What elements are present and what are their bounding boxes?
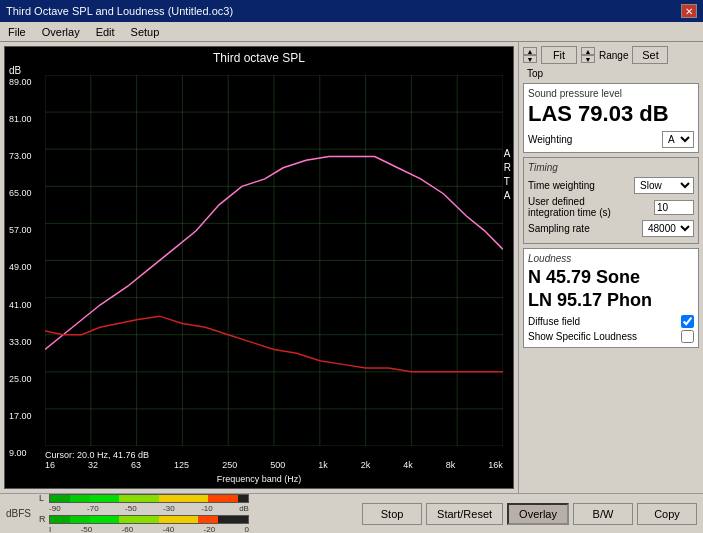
menu-overlay[interactable]: Overlay xyxy=(38,25,84,39)
sampling-label: Sampling rate xyxy=(528,223,642,234)
menu-file[interactable]: File xyxy=(4,25,30,39)
y-axis-labels: 89.0081.0073.0065.00 57.0049.0041.0033.0… xyxy=(9,77,32,458)
menu-edit[interactable]: Edit xyxy=(92,25,119,39)
db-unit-label: dB xyxy=(239,504,249,513)
title-bar: Third Octave SPL and Loudness (Untitled.… xyxy=(0,0,703,22)
chart-canvas xyxy=(45,75,503,446)
fit-button[interactable]: Fit xyxy=(541,46,577,64)
chart-title: Third octave SPL xyxy=(5,47,513,65)
dbfs-label: dBFS xyxy=(6,508,31,519)
spl-value: LAS 79.03 dB xyxy=(528,101,694,127)
integration-label: User defined integration time (s) xyxy=(528,196,654,218)
menu-setup[interactable]: Setup xyxy=(127,25,164,39)
timing-title: Timing xyxy=(528,162,694,173)
stop-button[interactable]: Stop xyxy=(362,503,422,525)
chart-db-label: dB xyxy=(9,65,21,76)
l-channel-label: L xyxy=(39,493,47,503)
top-label: Top xyxy=(527,68,543,79)
menu-bar: File Overlay Edit Setup xyxy=(0,22,703,42)
loudness-title: Loudness xyxy=(528,253,694,264)
set-button[interactable]: Set xyxy=(632,46,668,64)
diffuse-label: Diffuse field xyxy=(528,316,580,327)
loudness-box: Loudness N 45.79 Sone LN 95.17 Phon Diff… xyxy=(523,248,699,348)
right-panel: ▲ ▼ Fit ▲ ▼ Range Set Top Sound pressure… xyxy=(518,42,703,493)
specific-label: Show Specific Loudness xyxy=(528,331,637,342)
cursor-info: Cursor: 20.0 Hz, 41.76 dB xyxy=(45,450,149,460)
specific-checkbox[interactable] xyxy=(681,330,694,343)
x-axis-labels: 163263125250 5001k2k4k8k16k xyxy=(45,460,503,470)
window-title: Third Octave SPL and Loudness (Untitled.… xyxy=(6,5,233,17)
close-button[interactable]: ✕ xyxy=(681,4,697,18)
x-axis-title: Frequency band (Hz) xyxy=(5,474,513,484)
integration-input[interactable] xyxy=(654,200,694,215)
top-up-btn[interactable]: ▲ xyxy=(523,47,537,55)
weighting-label: Weighting xyxy=(528,134,572,145)
r-meter xyxy=(49,515,249,524)
chart-arta-label: ARTA xyxy=(504,147,511,203)
start-reset-button[interactable]: Start/Reset xyxy=(426,503,503,525)
sampling-select[interactable]: 441004800096000 xyxy=(642,220,694,237)
l-meter xyxy=(49,494,249,503)
copy-button[interactable]: Copy xyxy=(637,503,697,525)
loudness-value1: N 45.79 Sone xyxy=(528,266,694,289)
time-weighting-label: Time weighting xyxy=(528,180,634,191)
r-channel-label: R xyxy=(39,514,47,524)
range-up-btn[interactable]: ▲ xyxy=(581,47,595,55)
meter-group: L -90-70-50-30-10dB R xyxy=(39,493,249,533)
diffuse-checkbox[interactable] xyxy=(681,315,694,328)
range-label: Range xyxy=(599,50,628,61)
top-down-btn[interactable]: ▼ xyxy=(523,55,537,63)
loudness-value2: LN 95.17 Phon xyxy=(528,289,694,312)
spl-label: Sound pressure level xyxy=(528,88,694,99)
overlay-button[interactable]: Overlay xyxy=(507,503,569,525)
bottom-bar: dBFS L -90-70-50-30-10dB R xyxy=(0,493,703,533)
chart-area: Third octave SPL dB ARTA 89.0081.0073.00… xyxy=(4,46,514,489)
weighting-select[interactable]: ABCZ xyxy=(662,131,694,148)
timing-section: Timing Time weighting SlowFastImpulse Us… xyxy=(523,157,699,244)
bw-button[interactable]: B/W xyxy=(573,503,633,525)
range-down-btn[interactable]: ▼ xyxy=(581,55,595,63)
spl-box: Sound pressure level LAS 79.03 dB Weight… xyxy=(523,83,699,153)
time-weighting-select[interactable]: SlowFastImpulse xyxy=(634,177,694,194)
